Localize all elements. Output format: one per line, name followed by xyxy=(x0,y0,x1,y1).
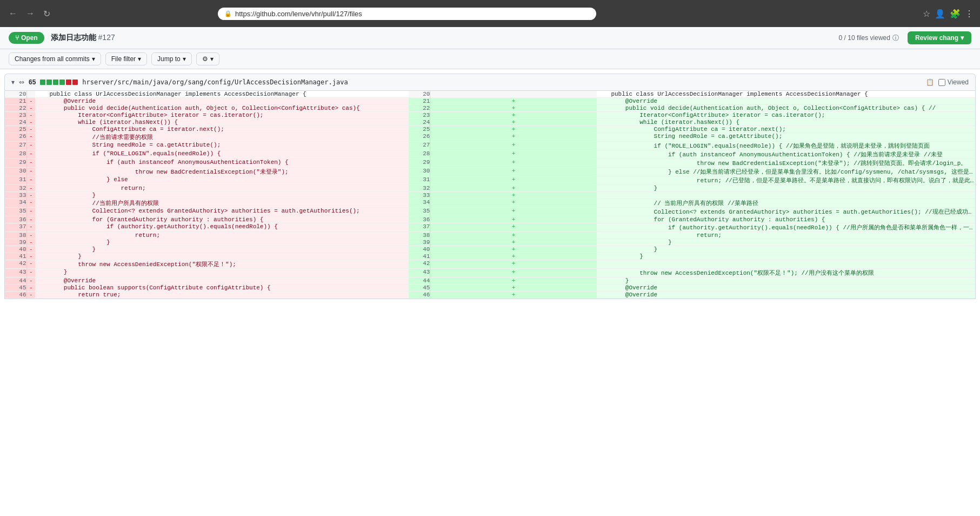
right-line-num: 33 xyxy=(409,192,430,199)
diff-container[interactable]: 20 public class UrlAccessDecisionManager… xyxy=(4,91,976,299)
chevron-down-icon: ▾ xyxy=(961,34,964,42)
left-line-code: return true; xyxy=(35,292,409,299)
right-line-sign: + xyxy=(430,150,597,159)
right-line-code: String needRole = ca.getAttribute(); xyxy=(597,133,975,142)
jump-to-button[interactable]: Jump to ▾ xyxy=(151,52,192,65)
left-line-code: ConfigAttribute ca = iterator.next(); xyxy=(35,126,409,133)
table-row: 31- } else31+ return; //已登陆，但是不是菜单路径。不是菜… xyxy=(5,176,975,185)
right-line-sign: + xyxy=(430,168,597,176)
right-line-sign: + xyxy=(430,292,597,299)
right-line-sign: + xyxy=(430,126,597,133)
file-filter-button[interactable]: File filter ▾ xyxy=(105,52,147,65)
viewed-input[interactable] xyxy=(938,79,945,86)
right-line-sign: + xyxy=(430,260,597,269)
back-button[interactable]: ← xyxy=(6,6,19,21)
left-line-num: 36 xyxy=(5,216,26,223)
right-line-sign: + xyxy=(430,185,597,192)
address-bar[interactable]: 🔒 https://github.com/lenve/vhr/pull/127/… xyxy=(218,8,596,20)
right-line-num: 34 xyxy=(409,199,430,208)
right-line-code: throw new AccessDeniedException("权限不足！")… xyxy=(597,269,975,277)
stat-green-4 xyxy=(59,80,65,85)
refresh-button[interactable]: ↻ xyxy=(41,6,52,21)
left-line-code: } xyxy=(35,246,409,253)
table-row: 26- //当前请求需要的权限26+ String needRole = ca.… xyxy=(5,133,975,142)
forward-button[interactable]: → xyxy=(24,6,37,21)
commits-button[interactable]: Changes from all commits ▾ xyxy=(9,52,101,65)
diff-table: 20 public class UrlAccessDecisionManager… xyxy=(5,91,975,299)
viewed-checkbox[interactable]: Viewed xyxy=(938,78,969,86)
right-line-num: 29 xyxy=(409,159,430,168)
right-line-num: 31 xyxy=(409,176,430,185)
left-line-code: if (authority.getAuthority().equals(need… xyxy=(35,223,409,232)
right-line-sign: + xyxy=(430,133,597,142)
right-line-code: if (authority.getAuthority().equals(need… xyxy=(597,223,975,232)
right-line-sign: + xyxy=(430,285,597,292)
profile-icon[interactable]: 👤 xyxy=(935,9,945,19)
right-line-sign: + xyxy=(430,98,597,105)
chevron-down-icon: ▾ xyxy=(138,55,141,63)
stat-green-3 xyxy=(53,80,58,85)
table-row: 20 public class UrlAccessDecisionManager… xyxy=(5,91,975,98)
left-line-code: public void decide(Authentication auth, … xyxy=(35,105,409,112)
right-line-sign: + xyxy=(430,277,597,285)
left-line-sign: - xyxy=(26,285,35,292)
table-row: 33- }33+ xyxy=(5,192,975,199)
left-line-code: return; xyxy=(35,185,409,192)
left-line-num: 45 xyxy=(5,285,26,292)
right-line-code: } xyxy=(597,277,975,285)
left-line-sign: - xyxy=(26,253,35,260)
left-line-sign: - xyxy=(26,192,35,199)
review-changes-button[interactable]: Review chang ▾ xyxy=(908,31,971,44)
files-viewed: 0 / 10 files viewed ⓘ xyxy=(839,34,899,43)
right-line-sign: + xyxy=(430,176,597,185)
chevron-down-icon: ▾ xyxy=(183,55,186,63)
left-line-code: public class UrlAccessDecisionManager im… xyxy=(35,91,409,98)
right-line-code: public void decide(Authentication auth, … xyxy=(597,105,975,112)
gear-icon: ⚙ xyxy=(202,55,208,63)
chevron-down-icon: ▾ xyxy=(210,55,214,63)
table-row: 25- ConfigAttribute ca = iterator.next()… xyxy=(5,126,975,133)
left-line-code: //当前用户所具有的权限 xyxy=(35,199,409,208)
browser-actions: ☆ 👤 🧩 ⋮ xyxy=(923,9,974,19)
stat-green-1 xyxy=(40,80,45,85)
left-line-sign xyxy=(26,91,35,98)
page-content: ▾ ⇔ 65 hrserver/src/main/java/org/sang/c… xyxy=(0,74,980,299)
left-line-code: Iterator<ConfigAttribute> iterator = cas… xyxy=(35,112,409,119)
left-line-code: throw new BadCredentialsException("未登录")… xyxy=(35,168,409,176)
right-line-num: 36 xyxy=(409,216,430,223)
arrows-button[interactable]: ⇔ xyxy=(19,78,24,86)
expand-button[interactable]: ▾ xyxy=(11,78,15,86)
left-line-code: if ("ROLE_LOGIN".equals(needRole)) { xyxy=(35,150,409,159)
right-line-code: while (iterator.hasNext()) { xyxy=(597,119,975,126)
left-line-code: } xyxy=(35,239,409,246)
bookmark-icon[interactable]: ☆ xyxy=(923,9,930,19)
right-line-code: public class UrlAccessDecisionManager im… xyxy=(597,91,975,98)
right-line-sign: + xyxy=(430,105,597,112)
right-line-sign: + xyxy=(430,199,597,208)
left-line-num: 39 xyxy=(5,239,26,246)
right-line-sign: + xyxy=(430,208,597,216)
chevron-down-icon: ▾ xyxy=(92,55,95,63)
left-line-num: 26 xyxy=(5,133,26,142)
right-line-code: return; xyxy=(597,232,975,239)
menu-icon[interactable]: ⋮ xyxy=(965,9,974,19)
right-line-code: if ("ROLE_LOGIN".equals(needRole)) { //如… xyxy=(597,142,975,150)
extensions-icon[interactable]: 🧩 xyxy=(950,9,961,19)
right-line-code: } else //如果当前请求已经登录，但是菜单集合里没有。比如/config/… xyxy=(597,168,975,176)
right-line-code: @Override xyxy=(597,292,975,299)
table-row: 22- public void decide(Authentication au… xyxy=(5,105,975,112)
info-icon: ⓘ xyxy=(892,34,899,43)
toolbar: Changes from all commits ▾ File filter ▾… xyxy=(0,49,980,69)
right-line-num: 25 xyxy=(409,126,430,133)
copy-path-button[interactable]: 📋 xyxy=(926,78,934,86)
settings-button[interactable]: ⚙ ▾ xyxy=(196,52,219,65)
left-line-code: String needRole = ca.getAttribute(); xyxy=(35,142,409,150)
right-line-sign: + xyxy=(430,232,597,239)
right-line-num: 44 xyxy=(409,277,430,285)
right-line-code xyxy=(597,260,975,269)
left-line-sign: - xyxy=(26,199,35,208)
right-line-code: Collection<? extends GrantedAuthority> a… xyxy=(597,208,975,216)
left-line-sign: - xyxy=(26,216,35,223)
right-line-code: } xyxy=(597,246,975,253)
left-line-num: 30 xyxy=(5,168,26,176)
